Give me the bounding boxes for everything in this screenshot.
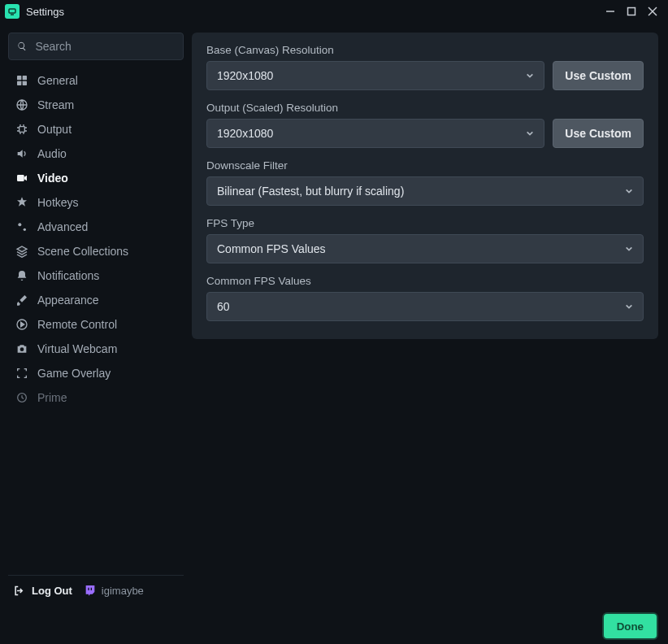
sidebar-item-label: General xyxy=(37,74,78,87)
user-info[interactable]: igimaybe xyxy=(84,584,144,597)
sidebar-item-label: Remote Control xyxy=(37,318,117,331)
sidebar-item-prime[interactable]: Prime xyxy=(8,385,184,410)
bell-icon xyxy=(15,268,29,283)
base-resolution-select[interactable]: 1920x1080 xyxy=(206,61,544,90)
chip-icon xyxy=(15,122,29,137)
footer-bar: Done xyxy=(0,608,668,644)
expand-icon xyxy=(15,366,29,381)
grid-icon xyxy=(15,73,29,88)
fps-type-label: FPS Type xyxy=(206,217,644,229)
common-fps-label: Common FPS Values xyxy=(206,275,644,287)
sidebar-item-output[interactable]: Output xyxy=(8,117,184,141)
svg-rect-5 xyxy=(17,76,21,80)
sidebar-item-general[interactable]: General xyxy=(8,68,184,93)
sidebar-item-label: Virtual Webcam xyxy=(37,342,117,355)
sidebar-item-virtual-webcam[interactable]: Virtual Webcam xyxy=(8,337,184,361)
logout-label: Log Out xyxy=(32,585,72,597)
sidebar-item-stream[interactable]: Stream xyxy=(8,93,184,117)
svg-rect-7 xyxy=(17,81,21,85)
sidebar-item-label: Scene Collections xyxy=(37,245,128,258)
search-icon xyxy=(17,41,27,52)
star-icon xyxy=(15,195,29,210)
sidebar-item-label: Prime xyxy=(37,391,67,404)
common-fps-select[interactable]: 60 xyxy=(206,292,644,321)
remote-icon xyxy=(15,317,29,332)
svg-point-13 xyxy=(24,228,26,231)
sidebar: General Stream Output Audio Video Hotkey xyxy=(0,23,192,608)
downscale-filter-select[interactable]: Bilinear (Fastest, but blurry if scaling… xyxy=(206,176,644,206)
sidebar-item-audio[interactable]: Audio xyxy=(8,141,184,166)
minimize-button[interactable] xyxy=(600,2,621,20)
sidebar-item-scene-collections[interactable]: Scene Collections xyxy=(8,239,184,263)
sidebar-item-label: Hotkeys xyxy=(37,196,79,209)
username: igimaybe xyxy=(102,585,144,597)
nav-list: General Stream Output Audio Video Hotkey xyxy=(8,68,184,575)
prime-icon xyxy=(15,390,29,405)
main-content: Base (Canvas) Resolution 1920x1080 Use C… xyxy=(192,23,668,608)
sidebar-item-advanced[interactable]: Advanced xyxy=(8,215,184,239)
window-title: Settings xyxy=(26,6,64,18)
sidebar-item-label: Stream xyxy=(37,98,74,111)
common-fps-value: 60 xyxy=(217,300,230,313)
sidebar-item-label: Notifications xyxy=(37,269,99,282)
fps-type-select[interactable]: Common FPS Values xyxy=(206,234,644,263)
layers-icon xyxy=(15,244,29,259)
chevron-down-icon xyxy=(526,129,534,137)
video-icon xyxy=(15,171,29,185)
sidebar-item-notifications[interactable]: Notifications xyxy=(8,263,184,288)
chevron-down-icon xyxy=(526,72,534,80)
sidebar-item-label: Appearance xyxy=(37,294,99,307)
svg-point-15 xyxy=(20,347,24,351)
downscale-filter-label: Downscale Filter xyxy=(206,159,644,172)
base-resolution-use-custom-button[interactable]: Use Custom xyxy=(553,61,644,90)
fps-type-value: Common FPS Values xyxy=(217,242,326,255)
sidebar-item-remote-control[interactable]: Remote Control xyxy=(8,312,184,337)
sidebar-item-label: Audio xyxy=(37,147,67,160)
output-resolution-label: Output (Scaled) Resolution xyxy=(206,102,644,114)
brush-icon xyxy=(15,293,29,307)
sidebar-item-label: Output xyxy=(37,123,72,136)
maximize-button[interactable] xyxy=(621,2,642,20)
done-button[interactable]: Done xyxy=(604,614,657,638)
speaker-icon xyxy=(15,146,29,161)
chevron-down-icon xyxy=(625,302,633,311)
output-resolution-select[interactable]: 1920x1080 xyxy=(206,119,544,148)
svg-rect-10 xyxy=(20,127,25,133)
sidebar-item-game-overlay[interactable]: Game Overlay xyxy=(8,361,184,385)
chevron-down-icon xyxy=(625,187,633,195)
sidebar-item-appearance[interactable]: Appearance xyxy=(8,288,184,312)
sidebar-item-label: Advanced xyxy=(37,220,88,233)
app-icon xyxy=(5,4,20,19)
camera-icon xyxy=(15,342,29,356)
svg-rect-0 xyxy=(9,9,15,13)
output-resolution-use-custom-button[interactable]: Use Custom xyxy=(553,119,644,148)
sidebar-footer: Log Out igimaybe xyxy=(8,575,184,608)
svg-rect-11 xyxy=(17,175,24,181)
svg-rect-8 xyxy=(23,81,27,85)
sidebar-item-label: Game Overlay xyxy=(37,367,111,380)
sidebar-item-video[interactable]: Video xyxy=(8,166,184,190)
sidebar-item-hotkeys[interactable]: Hotkeys xyxy=(8,190,184,215)
svg-point-12 xyxy=(18,223,21,226)
gears-icon xyxy=(15,220,29,234)
logout-button[interactable]: Log Out xyxy=(13,585,72,597)
svg-rect-2 xyxy=(628,8,635,15)
logout-icon xyxy=(13,585,25,597)
search-input-wrapper[interactable] xyxy=(8,33,184,60)
sidebar-item-label: Video xyxy=(37,172,68,185)
chevron-down-icon xyxy=(625,245,633,253)
search-input[interactable] xyxy=(35,40,175,53)
base-resolution-value: 1920x1080 xyxy=(217,69,273,82)
svg-rect-6 xyxy=(23,76,27,80)
globe-icon xyxy=(15,98,29,112)
titlebar: Settings xyxy=(0,0,668,23)
twitch-icon xyxy=(84,584,97,597)
downscale-filter-value: Bilinear (Fastest, but blurry if scaling… xyxy=(217,185,404,198)
base-resolution-label: Base (Canvas) Resolution xyxy=(206,44,644,56)
video-settings-panel: Base (Canvas) Resolution 1920x1080 Use C… xyxy=(192,33,658,339)
output-resolution-value: 1920x1080 xyxy=(217,127,273,140)
close-button[interactable] xyxy=(642,2,663,20)
